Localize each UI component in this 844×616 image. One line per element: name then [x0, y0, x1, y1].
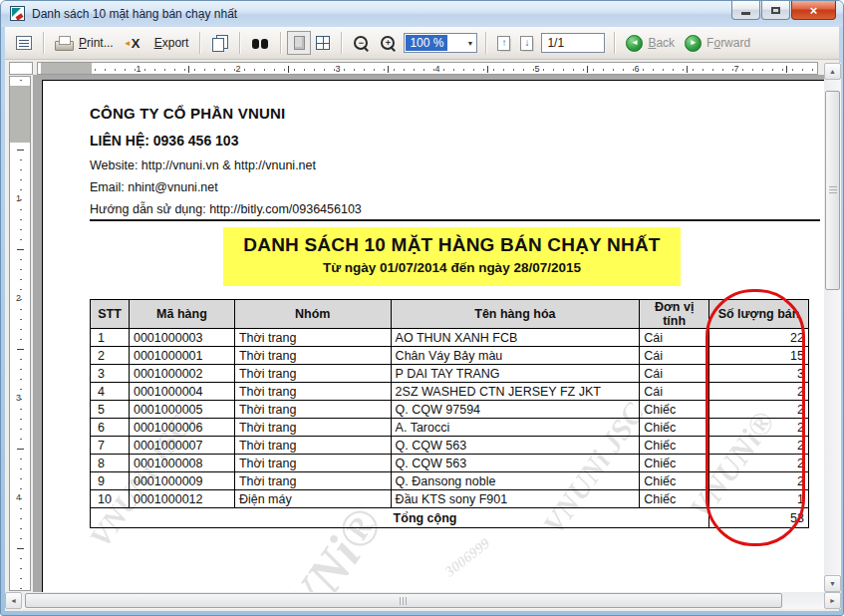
- minimize-button[interactable]: [731, 1, 760, 20]
- forward-icon: ►: [685, 35, 702, 52]
- export-button[interactable]: Export: [119, 31, 194, 55]
- table-row: 50001000005Thời trangQ. CQW 97594Chiếc2: [91, 401, 809, 419]
- table-cell: 10: [91, 490, 130, 508]
- table-cell: Thời trang: [234, 365, 391, 383]
- table-cell: Cái: [640, 347, 709, 365]
- table-cell: Chiếc: [640, 401, 709, 419]
- horizontal-scroll-thumb[interactable]: [25, 593, 782, 608]
- forward-button[interactable]: ► Forward: [680, 31, 755, 55]
- table-total-row: Tổng cộng 53: [91, 508, 809, 528]
- table-cell: 0001000004: [129, 383, 234, 401]
- ruler-number: 4: [433, 64, 441, 74]
- scroll-left-button[interactable]: ◄: [5, 592, 22, 609]
- forward-label: Forward: [706, 36, 750, 50]
- ruler-number: 6: [633, 64, 641, 74]
- table-cell: 5: [91, 401, 130, 419]
- close-icon: ×: [810, 3, 818, 18]
- report-title-block: DANH SÁCH 10 MẶT HÀNG BÁN CHẠY NHẤT Từ n…: [223, 227, 681, 286]
- ruler-number: 3: [16, 393, 21, 403]
- company-guide: Hướng dẫn sử dụng: http://bitly.com/0936…: [90, 202, 362, 216]
- ruler-number: 3: [334, 64, 342, 74]
- report-table-body: 10001000003Thời trangAO THUN XANH FCBCái…: [91, 329, 809, 508]
- table-cell: Thời trang: [234, 401, 391, 419]
- back-button[interactable]: ◄ Back: [621, 31, 680, 55]
- table-cell: Chiếc: [640, 472, 709, 490]
- arrow-left-icon: ◄: [10, 597, 17, 604]
- report-table: STTMã hàngNhómTên hàng hóaĐơn vị tínhSố …: [90, 299, 809, 528]
- table-cell: Q. CQW 97594: [391, 401, 640, 419]
- scroll-right-button[interactable]: ►: [824, 592, 841, 609]
- window-title: Danh sách 10 mặt hàng bán chạy nhất: [32, 7, 237, 21]
- column-header: Đơn vị tính: [640, 300, 709, 329]
- table-row: 80001000008Thời trangQ. CQW 563Chiếc2: [91, 455, 809, 472]
- close-button[interactable]: ×: [791, 1, 836, 20]
- table-cell: Cái: [640, 365, 709, 383]
- horizontal-scrollbar[interactable]: ◄ ►: [5, 592, 841, 609]
- group-tree-icon: [16, 36, 32, 50]
- watermark-number: 3006999: [441, 535, 493, 581]
- table-cell: 0001000002: [129, 365, 234, 383]
- table-cell: 0001000006: [129, 419, 234, 437]
- page-indicator-input[interactable]: 1/1: [541, 33, 605, 53]
- ruler-number: 4: [16, 492, 21, 502]
- print-button[interactable]: Print...: [50, 31, 119, 55]
- title-bar: Danh sách 10 mặt hàng bán chạy nhất ×: [1, 1, 843, 27]
- column-header: Mã hàng: [129, 300, 234, 329]
- print-label: Print...: [79, 36, 114, 50]
- group-tree-button[interactable]: [11, 31, 37, 55]
- report-title: DANH SÁCH 10 MẶT HÀNG BÁN CHẠY NHẤT: [223, 234, 681, 256]
- table-cell: Chiếc: [640, 490, 709, 508]
- table-row: 100001000012Điện máyĐầu KTS sony F901Chi…: [91, 490, 809, 508]
- table-cell: 0001000003: [129, 329, 234, 347]
- table-cell: Q. CQW 563: [391, 455, 640, 472]
- next-page-button[interactable]: ↓: [515, 31, 538, 55]
- export-label: Export: [154, 36, 189, 50]
- maximize-icon: [771, 7, 780, 14]
- ruler-corner-box: [9, 62, 33, 75]
- column-header: Nhóm: [234, 300, 391, 329]
- single-page-view-button[interactable]: [287, 31, 311, 55]
- multi-page-view-button[interactable]: [311, 31, 335, 55]
- table-cell: A. Tarocci: [391, 419, 640, 437]
- table-cell: Chiếc: [640, 419, 709, 437]
- column-header: STT: [91, 300, 130, 329]
- single-page-icon: [294, 36, 305, 50]
- ruler-margin-segment: [41, 63, 92, 74]
- zoom-in-button[interactable]: [375, 31, 402, 55]
- table-cell: 2: [91, 347, 130, 365]
- ruler-number: 7: [732, 64, 740, 74]
- table-cell: Đầu KTS sony F901: [391, 490, 640, 508]
- table-cell: 8: [91, 455, 130, 472]
- zoom-in-icon: [380, 35, 397, 51]
- table-cell: Thời trang: [234, 347, 391, 365]
- copy-icon: [211, 35, 228, 51]
- arrow-down-icon: ▼: [829, 580, 836, 587]
- find-button[interactable]: [246, 31, 274, 55]
- copy-button[interactable]: [206, 31, 233, 55]
- vertical-scroll-thumb[interactable]: [825, 91, 840, 290]
- scroll-up-button[interactable]: ▲: [824, 63, 841, 80]
- table-cell: Chiếc: [640, 437, 709, 455]
- vertical-scrollbar[interactable]: ▲ ▼: [824, 63, 841, 592]
- toolbar-separator: [614, 32, 615, 54]
- toolbar-separator: [341, 32, 342, 54]
- maximize-button[interactable]: [761, 1, 790, 20]
- company-name: CÔNG TY CỔ PHẦN VNUNI: [90, 105, 285, 122]
- table-row: 30001000002Thời trangP DAI TAY TRANGCái3: [91, 365, 809, 383]
- zoom-out-button[interactable]: [348, 31, 375, 55]
- zoom-out-icon: [353, 35, 370, 51]
- zoom-select[interactable]: 100 % ▼: [404, 33, 477, 53]
- binoculars-icon: [251, 36, 269, 51]
- toolbar-separator: [485, 32, 486, 54]
- toolbar-separator: [280, 32, 281, 54]
- header-separator-line: [90, 219, 820, 221]
- scroll-down-button[interactable]: ▼: [824, 575, 841, 592]
- table-cell: Điện máy: [234, 490, 391, 508]
- horizontal-ruler: 1234567: [37, 62, 818, 75]
- previous-page-button[interactable]: ↑: [492, 31, 515, 55]
- table-cell: 9: [91, 472, 130, 490]
- table-cell: Chân Váy Bảy màu: [391, 347, 640, 365]
- toolbar-separator: [43, 32, 44, 54]
- table-cell: Thời trang: [234, 455, 391, 472]
- table-cell: Thời trang: [234, 472, 391, 490]
